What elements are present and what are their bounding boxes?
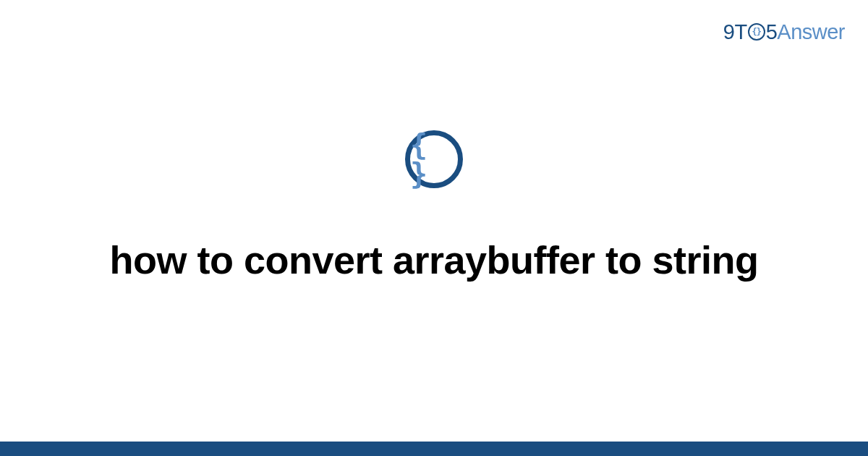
code-braces-icon: { } (405, 130, 463, 188)
main-content: { } how to convert arraybuffer to string (0, 0, 868, 456)
page-title: how to convert arraybuffer to string (109, 235, 758, 285)
footer-accent-bar (0, 442, 868, 456)
braces-glyph: { } (410, 130, 458, 188)
